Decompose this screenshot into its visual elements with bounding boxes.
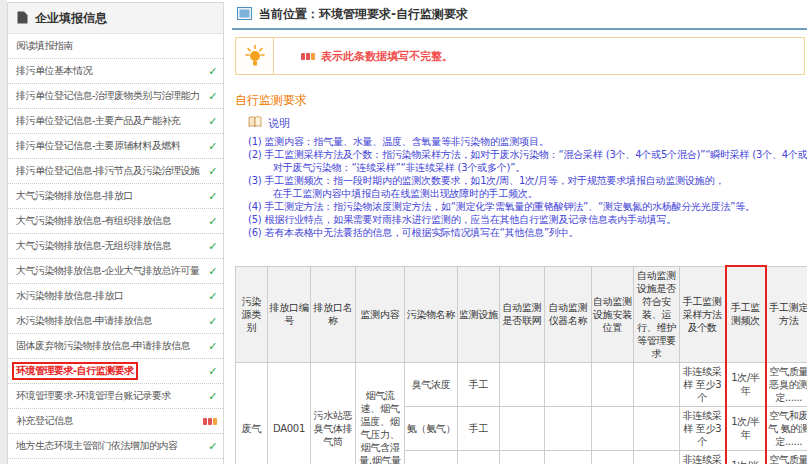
sidebar-item-label: 大气污染物排放信息-企业大气排放总许可量	[16, 265, 200, 276]
table-cell: 空气质量 恶臭的测定......	[766, 362, 807, 406]
table-cell: 1次/半年	[726, 362, 766, 406]
note-text: (5) 根据行业特点，如果需要对雨排水进行监测的，应当在其他自行监测及记录信息表…	[248, 213, 807, 226]
sidebar-item[interactable]: 大气污染物排放信息-排放口✓	[8, 184, 223, 209]
note-text: (3) 手工监测频次：指一段时期内的监测次数要求，如1次/周、1次/月等，对于规…	[248, 174, 807, 187]
breadcrumb: 当前位置：环境管理要求-自行监测要求	[232, 0, 807, 30]
sidebar-item-label: 排污单位登记信息-治理废物类别与治理能力	[16, 90, 200, 101]
sidebar-item[interactable]: 水污染物排放信息-申请排放信息✓	[8, 309, 223, 334]
check-icon: ✓	[208, 216, 217, 227]
table-cell	[634, 362, 680, 406]
check-icon: ✓	[208, 66, 217, 77]
table-cell: 空气和废气 氨的测定......	[766, 406, 807, 450]
location-icon	[237, 7, 252, 23]
sidebar-item[interactable]: 排污单位登记信息-主要原辅材料及燃料✓	[8, 134, 223, 159]
sidebar-item[interactable]: 地方生态环境主管部门依法增加的内容✓	[8, 434, 223, 459]
breadcrumb-label: 当前位置：环境管理要求-自行监测要求	[259, 6, 468, 23]
table-cell: 手工	[458, 362, 500, 406]
table-cell: 非连续采样 至少3个	[680, 450, 726, 464]
sidebar-item[interactable]: 排污单位登记信息-治理废物类别与治理能力✓	[8, 84, 223, 109]
table-cell: 非连续采样 至少3个	[680, 362, 726, 406]
note-text: (1) 监测内容：指气量、水量、温度、含氧量等非污染物的监测项目。	[248, 135, 807, 148]
section-title: 自行监测要求	[235, 92, 807, 109]
column-header: 排放口名称	[311, 266, 356, 362]
table-cell: 氨（氨气）	[405, 406, 458, 450]
table-cell	[634, 450, 680, 464]
sidebar-item-label: 排污单位基本情况	[16, 65, 92, 76]
column-header: 污染源类别	[236, 266, 268, 362]
check-icon: ✓	[208, 191, 217, 202]
notice-body: 表示此条数据填写不完整。	[274, 38, 453, 74]
column-header: 排放口编号	[268, 266, 311, 362]
sidebar-item-label: 大气污染物排放信息-有组织排放信息	[16, 215, 171, 226]
table-cell	[545, 362, 592, 406]
sidebar-item-label: 大气污染物排放信息-无组织排放信息	[16, 240, 171, 251]
sidebar-item[interactable]: 大气污染物排放信息-有组织排放信息✓	[8, 209, 223, 234]
sidebar-item[interactable]: 固体废弃物污染物排放信息-申请排放信息✓	[8, 334, 223, 359]
monitoring-table: 污染源类别排放口编号排放口名称监测内容污染物名称监测设施自动监测是否联网自动监测…	[235, 265, 807, 464]
table-cell: DA001	[268, 362, 311, 464]
page: 企业填报信息 阅读填报指南排污单位基本情况✓排污单位登记信息-治理废物类别与治理…	[0, 0, 807, 464]
check-icon: ✓	[208, 266, 217, 277]
sidebar-item[interactable]: 环境管理要求-环境管理台账记录要求✓	[8, 384, 223, 409]
table-cell	[592, 362, 634, 406]
notice-text: 表示此条数据填写不完整。	[321, 49, 453, 64]
sidebar-item[interactable]: 补充登记信息	[8, 409, 223, 434]
column-header: 监测内容	[356, 266, 405, 362]
column-header: 手工监测频次	[726, 266, 766, 362]
column-header: 自动监测设施安装位置	[592, 266, 634, 362]
check-icon: ✓	[208, 441, 217, 452]
sidebar-title: 企业填报信息	[35, 10, 107, 27]
table-cell	[592, 450, 634, 464]
table-cell	[500, 362, 545, 406]
legend-row: 说明	[248, 116, 807, 131]
sidebar: 企业填报信息 阅读填报指南排污单位基本情况✓排污单位登记信息-治理废物类别与治理…	[7, 2, 224, 464]
note-text: (6) 若有本表格中无法囊括的信息，可根据实际情况填写在“其他信息”列中。	[248, 226, 807, 239]
table-cell: 烟气流速、烟气温度、烟气压力、烟气含湿量,烟气量	[356, 362, 405, 464]
lightbulb-icon	[236, 38, 274, 74]
sidebar-item-label: 大气污染物排放信息-排放口	[16, 190, 133, 201]
sidebar-item[interactable]: 排污单位登记信息-排污节点及污染治理设施✓	[8, 159, 223, 184]
table-cell	[500, 406, 545, 450]
table-cell: 废气	[236, 362, 268, 464]
check-icon: ✓	[208, 91, 217, 102]
check-icon: ✓	[208, 366, 217, 377]
sidebar-header: 企业填报信息	[8, 3, 223, 34]
sidebar-item[interactable]: 排污单位登记信息-主要产品及产能补充✓	[8, 109, 223, 134]
note-text: (4) 手工测定方法：指污染物浓度测定方法，如“测定化学需氧量的重铬酸钾法”、“…	[248, 200, 807, 213]
sidebar-item[interactable]: 大气污染物排放信息-企业大气排放总许可量✓	[8, 259, 223, 284]
check-icon: ✓	[208, 241, 217, 252]
check-icon: ✓	[208, 141, 217, 152]
sidebar-item-label: 阅读填报指南	[16, 40, 73, 51]
column-header: 监测设施	[458, 266, 500, 362]
table-cell: 污水站恶臭气体排气筒	[311, 362, 356, 464]
table-cell: 非连续采样 至少3个	[680, 406, 726, 450]
table-cell: 1次/半年	[726, 406, 766, 450]
check-icon: ✓	[208, 116, 217, 127]
table-cell: 硫化氢	[405, 450, 458, 464]
document-icon	[17, 11, 28, 27]
sidebar-item[interactable]: 排污单位基本情况✓	[8, 59, 223, 84]
sidebar-item[interactable]: 大气污染物排放信息-无组织排放信息✓	[8, 234, 223, 259]
note-text: 对于废气污染物：“连续采样”“非连续采样 (3个或多个)”。	[248, 161, 807, 174]
sidebar-item[interactable]: 环境管理要求-自行监测要求✓	[8, 359, 223, 384]
column-header: 污染物名称	[405, 266, 458, 362]
note-text: (2) 手工监测采样方法及个数：指污染物采样方法，如对于废水污染物：“混合采样 …	[248, 148, 807, 161]
sidebar-item[interactable]: 阅读填报指南	[8, 34, 223, 59]
left-gutter	[0, 0, 7, 464]
sidebar-item[interactable]: 相关附件✓	[8, 459, 223, 464]
table-cell	[500, 450, 545, 464]
sidebar-item-label: 环境管理要求-自行监测要求	[12, 362, 138, 380]
table-cell: 手工	[458, 406, 500, 450]
table-cell: 1次/半年	[726, 450, 766, 464]
table-cell: 臭气浓度	[405, 362, 458, 406]
check-icon: ✓	[208, 341, 217, 352]
book-icon	[248, 116, 262, 131]
table-cell: 空气质量 硫化氢 甲......	[766, 450, 807, 464]
sidebar-item-label: 排污单位登记信息-排污节点及污染治理设施	[16, 165, 200, 176]
sidebar-item-label: 水污染物排放信息-申请排放信息	[16, 315, 152, 326]
sidebar-item[interactable]: 水污染物排放信息-排放口✓	[8, 284, 223, 309]
table-cell	[545, 450, 592, 464]
check-icon: ✓	[208, 166, 217, 177]
table-cell	[634, 406, 680, 450]
notes-list: (1) 监测内容：指气量、水量、温度、含氧量等非污染物的监测项目。(2) 手工监…	[248, 135, 807, 239]
